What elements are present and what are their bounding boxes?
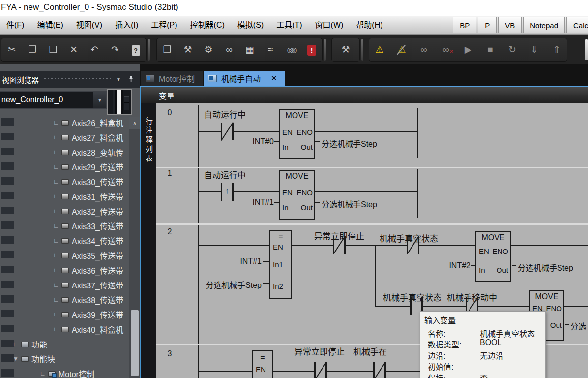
controller-select-value[interactable]: new_Controller_0 (0, 91, 93, 109)
quick-calc-button[interactable]: Calc (566, 17, 588, 33)
rung-number[interactable]: 0 (159, 108, 180, 117)
wire (423, 306, 466, 307)
tree-item-axis36[interactable]: ∟Axis36_传送带 (0, 263, 140, 278)
nc-contact[interactable] (407, 236, 419, 254)
tree-item-axis32[interactable]: ∟Axis32_传送带 (0, 204, 140, 219)
paste-icon[interactable]: ❑ (47, 44, 59, 56)
redo-icon[interactable]: ↷ (109, 44, 121, 56)
transfer-from-controller-icon[interactable]: ⇑ (551, 44, 562, 56)
build-icon[interactable]: ⚒ (182, 44, 194, 56)
input-operand[interactable]: INT#1 (225, 198, 274, 207)
menu-insert[interactable]: 插入(I) (109, 16, 145, 34)
input-operand[interactable]: INT#0 (225, 137, 274, 146)
quick-vb-button[interactable]: VB (498, 17, 522, 33)
tree-item-axis35[interactable]: ∟Axis35_传送带 (0, 248, 140, 263)
tree-item-functions[interactable]: ∟功能 (0, 337, 140, 351)
output-operand[interactable]: 分选机械手Step (322, 198, 377, 210)
input-operand[interactable]: INT#2 (427, 261, 470, 270)
scroll-up-icon[interactable]: ∧ (129, 117, 140, 129)
data-trace-icon[interactable]: ≈ (265, 44, 276, 56)
undo-icon[interactable]: ↶ (88, 44, 100, 56)
toolbar-end-grip[interactable] (585, 39, 588, 60)
transfer-to-controller-icon[interactable]: ⇓ (529, 44, 540, 56)
chevron-down-icon[interactable]: ▼ (116, 77, 121, 82)
close-icon[interactable]: ✕ (271, 74, 277, 83)
output-operand[interactable]: 分选机械手Step (518, 261, 573, 273)
row-comment-strip[interactable]: 行注释列表 (141, 103, 156, 378)
menu-tools[interactable]: 工具(T) (270, 16, 308, 34)
move-block[interactable]: MOVE EN ENO In Out (279, 170, 315, 220)
equals-block[interactable]: = EN (252, 350, 273, 378)
watch-window-icon[interactable]: ∞ (223, 44, 235, 56)
menu-view[interactable]: 视图(V) (70, 16, 109, 34)
program-mode-icon[interactable]: ■ (484, 44, 496, 56)
menu-project[interactable]: 工程(P) (145, 16, 183, 34)
nc-contact[interactable] (373, 362, 386, 378)
tree-item-axis26[interactable]: ∟Axis26_料盒机 (0, 115, 140, 130)
search-icon[interactable]: ◎◎ (285, 44, 297, 56)
scrollbar-thumb[interactable] (131, 310, 139, 376)
axis-icon (61, 312, 69, 317)
menu-help[interactable]: 帮助(H) (350, 16, 389, 34)
tree-item-axis39[interactable]: ∟Axis39_传送带 (0, 307, 140, 322)
run-mode-icon[interactable]: ▶ (462, 44, 474, 56)
tree-item-axis33[interactable]: ∟Axis33_传送带 (0, 219, 140, 233)
tree-item-axis37[interactable]: ∟Axis37_传送带 (0, 278, 140, 292)
menu-controller[interactable]: 控制器(C) (184, 16, 231, 34)
contact-variable-label[interactable]: 机械手在 (353, 345, 387, 357)
copy-icon[interactable]: ❐ (27, 44, 38, 56)
contact-variable-label[interactable]: 自动运行中 (204, 168, 246, 181)
contact-variable-label[interactable]: 异常立即停止 (294, 345, 345, 357)
tree-item-axis28[interactable]: ∟Axis28_变轨传 (0, 145, 140, 159)
tree-item-axis34[interactable]: ∟Axis34_传送带 (0, 233, 140, 248)
tree-item-axis31[interactable]: ∟Axis31_传送带 (0, 189, 140, 204)
tree-item-axis40[interactable]: ∟Axis40_料盒机 (0, 322, 140, 337)
menu-file[interactable]: 件(F) (0, 16, 30, 34)
contact-variable-label[interactable]: 自动运行中 (204, 108, 246, 120)
move-block[interactable]: MOVE EN ENO In Out (279, 109, 315, 159)
pin-icon[interactable] (128, 75, 134, 84)
tree-item-axis30[interactable]: ∟Axis30_传送带 (0, 174, 140, 189)
menu-edit[interactable]: 编辑(E) (30, 16, 69, 34)
online-edit-icon[interactable]: ⚒ (340, 44, 352, 56)
monitor-stop-icon[interactable]: ∞ (440, 44, 452, 56)
tree-item-function-blocks[interactable]: ▼功能块 (0, 351, 140, 366)
menu-simulation[interactable]: 模拟(S) (231, 16, 270, 34)
window-layout-icon[interactable]: ❒ (161, 44, 173, 56)
troubleshoot-icon[interactable]: ! (306, 44, 318, 56)
axis-icon (61, 253, 69, 258)
equals-block[interactable]: = EN In1 In2 (269, 230, 292, 299)
tab-robot-auto[interactable]: 机械手自动 ✕ (204, 71, 285, 86)
quick-bp-button[interactable]: BP (453, 17, 476, 33)
input-operand[interactable]: 分选机械手Step (198, 279, 262, 290)
quick-p-button[interactable]: P (478, 17, 497, 33)
output-operand[interactable]: 分选机械手Step (322, 137, 377, 149)
quick-notepad-button[interactable]: Notepad (523, 17, 565, 33)
variables-bar[interactable]: 变量 (140, 87, 588, 103)
tree-item-axis27[interactable]: ∟Axis27_料盒机 (0, 130, 140, 145)
cut-icon[interactable]: ✂ (6, 44, 18, 56)
move-block[interactable]: MOVE EN ENO In Out (475, 231, 511, 282)
output-operand[interactable]: 分选 (570, 320, 586, 332)
nc-contact[interactable] (314, 362, 327, 378)
watch-table-icon[interactable]: ▦ (244, 44, 256, 56)
tree-item-axis29[interactable]: ∟Axis29_传送带 (0, 159, 140, 174)
warning-offline-icon[interactable]: ⚠ (396, 44, 408, 56)
rung-number[interactable]: 1 (159, 169, 180, 178)
input-operand[interactable]: INT#1 (220, 257, 262, 266)
rebuild-icon[interactable]: ⚙ (203, 44, 214, 56)
menu-window[interactable]: 窗口(W) (309, 16, 350, 34)
rung-number[interactable]: 3 (159, 349, 180, 358)
warning-online-icon[interactable]: ⚠ (374, 44, 385, 56)
monitor-icon[interactable]: ∞ (418, 44, 430, 56)
tree-scrollbar[interactable]: ∧ (129, 117, 140, 378)
nc-contact[interactable] (333, 236, 346, 254)
help-icon[interactable]: ? (130, 44, 142, 56)
tree-item-axis38[interactable]: ∟Axis38_传送带 (0, 292, 140, 307)
tab-motor-control[interactable]: Motor控制 (141, 71, 203, 86)
tree-item-motor-control[interactable]: ∟Motor控制 (0, 366, 140, 378)
rung-number[interactable]: 2 (159, 227, 180, 236)
controller-select-arrow[interactable]: ▼ (93, 91, 107, 109)
trash-icon[interactable]: ✕ (68, 44, 80, 56)
synchronize-icon[interactable]: ↻ (506, 44, 518, 56)
